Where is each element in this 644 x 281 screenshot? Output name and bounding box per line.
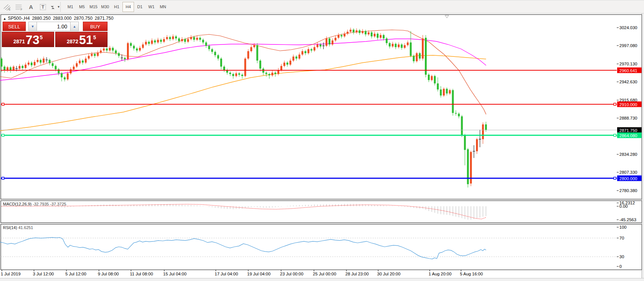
time-tick-label[interactable]: 17 Jul 04:00 [215, 272, 238, 276]
symbol-name: SP500-,H4 [8, 16, 30, 21]
rsi-panel-frame [1, 224, 642, 270]
time-tick-label[interactable]: 30 Jul 20:00 [377, 272, 401, 276]
indicator-tick-label: 30 [619, 254, 624, 259]
price-tick-label: 3024.030 [619, 25, 637, 30]
sell-price-big-figure: 2871 [13, 38, 25, 44]
price-tick-label: 2970.130 [619, 62, 637, 66]
sell-price-pips: 73 [26, 34, 40, 46]
price-line-label: 2800.000 [619, 176, 637, 181]
macd-signal-value: -37.3725 [50, 202, 66, 206]
indicator-tick-label: 0 [619, 264, 622, 269]
price-line-label: 2864.080 [619, 133, 637, 138]
macd-panel-frame [1, 201, 642, 223]
buy-price-big-figure: 2872 [67, 38, 78, 44]
trading-platform-window: E F A T ▼ M1M5M15M30H1H4D1W1MN [0, 0, 644, 281]
volume-increase-button[interactable]: ▲ [70, 22, 79, 31]
hline-anchor[interactable] [614, 134, 616, 136]
time-tick-label[interactable]: 5 Jul 12:00 [65, 272, 86, 276]
indicator-tick-label: -45.2563 [619, 217, 636, 222]
window-bottom-strip [0, 278, 644, 281]
sell-price-box[interactable]: 2871 73 5 [2, 32, 54, 47]
time-tick-label[interactable]: 15 Jul 04:00 [163, 272, 187, 276]
hline-anchor[interactable] [2, 103, 4, 105]
price-tick-label: 2807.330 [619, 170, 637, 175]
time-tick-label[interactable]: 28 Jul 23:00 [345, 272, 369, 276]
rsi-value: 41.6251 [18, 225, 33, 230]
macd-label: MACD(12,26,9) -32.7935 -37.3725 [3, 202, 66, 206]
buy-button[interactable]: BUY [83, 22, 108, 31]
ohlc-low: 2870.750 [74, 16, 93, 21]
hline-anchor[interactable] [614, 177, 616, 179]
price-tick-label: 2997.080 [619, 43, 637, 48]
indicator-tick-label: 0.00 [619, 204, 628, 209]
time-tick-label[interactable]: 3 Jul 12:00 [33, 272, 54, 276]
ohlc-close: 2871.750 [95, 16, 113, 21]
ohlc-high: 2883.000 [53, 16, 72, 21]
time-tick-label[interactable]: 25 Jul 00:00 [313, 272, 336, 276]
one-click-trading-panel: SELL ▼ ▲ BUY 2871 73 5 2872 51 5 [2, 22, 108, 47]
buy-price-pips: 51 [79, 34, 93, 46]
price-line-label: 2960.641 [619, 68, 637, 73]
hline-anchor[interactable] [2, 177, 4, 179]
time-tick-label[interactable]: 1 Aug 20:00 [429, 272, 451, 276]
ohlc-open: 2880.250 [32, 16, 51, 21]
sell-price-pipette: 5 [40, 34, 43, 40]
price-tick-label: 2834.280 [619, 152, 637, 157]
time-tick-label[interactable]: 1 Jul 2019 [1, 272, 21, 276]
rsi-label: RSI(14) 41.6251 [3, 225, 33, 230]
window-right-strip [642, 13, 644, 281]
sell-button[interactable]: SELL [3, 22, 26, 31]
indicator-tick-label: 70 [619, 236, 624, 240]
time-tick-label[interactable]: 23 Jul 00:00 [280, 272, 304, 276]
buy-price-pipette: 5 [93, 34, 96, 40]
symbol-header: ▲SP500-,H42880.2502883.0002870.7502871.7… [3, 16, 116, 21]
time-tick-label[interactable]: 5 Aug 16:00 [460, 272, 483, 276]
indicator-tick-label: 100 [619, 225, 626, 229]
volume-input[interactable] [37, 22, 70, 31]
price-line-label: 2871.750 [619, 128, 637, 133]
symbol-arrow-icon: ▲ [3, 17, 6, 21]
price-line-label: 2910.000 [619, 102, 637, 107]
volume-decrease-button[interactable]: ▼ [28, 22, 37, 31]
buy-price-box[interactable]: 2872 51 5 [55, 32, 108, 47]
price-tick-label: 2780.380 [619, 188, 637, 193]
price-tick-label: 2888.730 [619, 116, 637, 120]
time-tick-label[interactable]: 19 Jul 04:00 [247, 272, 271, 276]
time-tick-label[interactable]: 11 Jul 08:00 [130, 272, 153, 276]
hline-anchor[interactable] [614, 103, 616, 105]
time-tick-label[interactable]: 9 Jul 08:00 [98, 272, 119, 276]
hline-anchor[interactable] [2, 134, 4, 136]
macd-value: -32.7935 [32, 202, 49, 206]
price-tick-label: 2942.630 [619, 80, 637, 84]
